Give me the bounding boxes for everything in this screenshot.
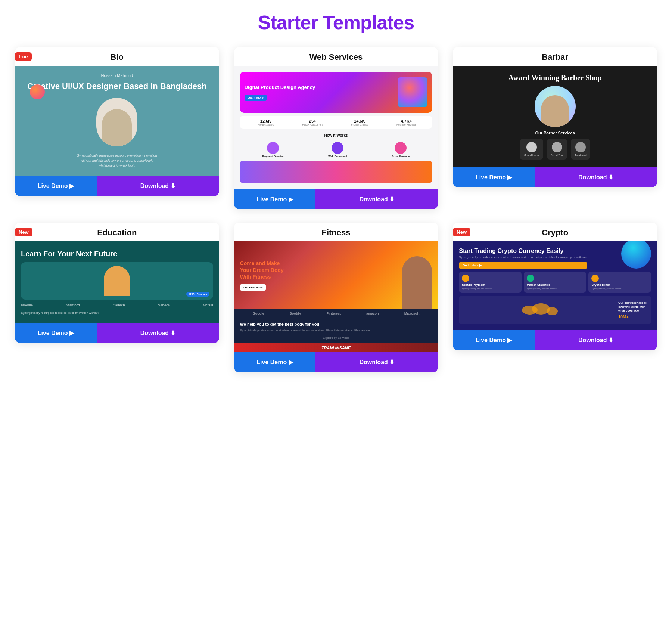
ws-icon-2: Grow Revenue xyxy=(392,142,410,158)
ws-stat-3: 4.7K+ Positive Reviews xyxy=(384,119,429,126)
edu-logo-mcgill: McGill xyxy=(203,303,213,307)
crypto-card-icon-1 xyxy=(527,275,534,282)
ws-stat-num-1: 25+ xyxy=(290,119,335,123)
fit-body-title: We help you to get the best body for you xyxy=(240,322,432,326)
card-footer-bio: Live Demo ▶ Download ⬇ xyxy=(15,176,219,196)
card-barbar: Barbar Award Winning Barber Shop Our Bar… xyxy=(453,47,657,187)
crypto-world-text-block: Our best user are all over the world wit… xyxy=(618,301,648,319)
fitness-preview: Come and Make Your Dream Body With Fitne… xyxy=(234,241,438,352)
fit-body: We help you to get the best body for you… xyxy=(234,318,438,343)
card-title-row-crypto: Crypto xyxy=(453,223,657,241)
bio-live-demo-button[interactable]: Live Demo ▶ xyxy=(15,176,97,196)
barbar-person xyxy=(541,95,569,127)
crypto-coins xyxy=(621,241,651,269)
crypto-btn: Go to More ▶ xyxy=(459,262,587,269)
barbar-service-1: Beard Trim xyxy=(547,139,567,160)
crypto-title: Start Trading Crypto Currency Easily xyxy=(459,247,587,255)
edu-download-button[interactable]: Download ⬇ xyxy=(97,323,219,343)
barbar-service-name-1: Beard Trim xyxy=(551,154,563,157)
ws-hero-image xyxy=(398,77,427,107)
card-wrapper-web-services: Web Services Digital Product Design Agen… xyxy=(234,47,438,209)
crypto-card-icon-0 xyxy=(462,275,469,282)
edu-image: 1200+ Courses xyxy=(21,262,213,300)
card-footer-ws: Live Demo ▶ Download ⬇ xyxy=(234,189,438,209)
bio-download-button[interactable]: Download ⬇ xyxy=(97,176,219,196)
fit-explore: Explore by Services xyxy=(240,336,432,340)
barbar-preview: Award Winning Barber Shop Our Barber Ser… xyxy=(453,66,657,167)
ws-bottom xyxy=(240,161,432,183)
card-bio: Bio Hossain Mahmud Creative UI/UX Design… xyxy=(15,47,219,196)
ws-hero: Digital Product Design Agency Learn More xyxy=(240,72,432,113)
card-title-barbar: Barbar xyxy=(542,52,568,62)
card-wrapper-education: New Education Learn For Your Next Future… xyxy=(15,223,219,372)
ws-stat-label-3: Positive Reviews xyxy=(384,123,429,126)
card-wrapper-bio: true Bio Hossain Mahmud Creative UI/UX D… xyxy=(15,47,219,209)
template-grid: true Bio Hossain Mahmud Creative UI/UX D… xyxy=(15,47,657,372)
card-title-row-ws: Web Services xyxy=(234,47,438,66)
new-badge-crypto: New xyxy=(453,228,470,236)
fit-hero-person xyxy=(402,256,432,309)
ws-hero-text: Digital Product Design Agency xyxy=(245,84,315,91)
card-title-row-edu: Education xyxy=(15,223,219,241)
bio-preview: Hossain Mahmud Creative UI/UX Designer B… xyxy=(15,66,219,176)
ws-hero-btn: Learn More xyxy=(245,95,267,101)
card-title-crypto: Crypto xyxy=(542,228,568,238)
ws-stats: 12.6K Product Sales 25+ Happy Customers … xyxy=(240,116,432,129)
crypto-card-title-0: Secure Payment xyxy=(462,283,519,287)
card-wrapper-crypto: New Crypto Start Trading Crypto Currency… xyxy=(453,223,657,372)
edu-logo-seneca: Seneca xyxy=(158,303,170,307)
crypto-card-title-2: Crypto Miner xyxy=(591,283,648,287)
bio-description: Synergistically repurpose resource-level… xyxy=(76,153,158,168)
fitness-download-button[interactable]: Download ⬇ xyxy=(315,352,438,372)
edu-title: Learn For Your Next Future xyxy=(21,249,213,258)
ws-live-demo-button[interactable]: Live Demo ▶ xyxy=(234,189,316,209)
fit-logo-spotify: Spotify xyxy=(290,312,301,315)
barbar-service-2: Treatment xyxy=(571,139,590,160)
edu-preview: Learn For Your Next Future 1200+ Courses… xyxy=(15,241,219,323)
ws-hero-content: Digital Product Design Agency Learn More xyxy=(245,84,315,100)
ws-icon-label-2: Grow Revenue xyxy=(392,155,410,158)
fitness-live-demo-button[interactable]: Live Demo ▶ xyxy=(234,352,316,372)
crypto-card-title-1: Market Statistics xyxy=(527,283,584,287)
ws-how-it-works: How It Works xyxy=(240,133,432,137)
fit-logo-google: Google xyxy=(253,312,264,315)
ws-icon-1: Well Document xyxy=(328,142,347,158)
bio-designer-name: Hossain Mahmud xyxy=(101,73,133,78)
barbar-service-icon-2 xyxy=(575,142,586,152)
crypto-download-button[interactable]: Download ⬇ xyxy=(535,330,657,350)
edu-counter: 1200+ Courses xyxy=(186,292,209,297)
card-title-row-fitness: Fitness xyxy=(234,223,438,241)
ws-stat-0: 12.6K Product Sales xyxy=(243,119,289,126)
barbar-services: Men's Haircut Beard Trim Treatment xyxy=(459,139,651,160)
fit-logo-amazon: amazon xyxy=(366,312,379,315)
ws-stat-num-3: 4.7K+ xyxy=(384,119,429,123)
card-wrapper-barbar: Barbar Award Winning Barber Shop Our Bar… xyxy=(453,47,657,209)
ws-icon-circle-1 xyxy=(332,142,343,154)
barbar-service-name-0: Men's Haircut xyxy=(523,154,539,157)
crypto-card-icon-2 xyxy=(591,275,599,282)
edu-logo-moodle: moodle xyxy=(21,303,33,307)
bio-orb xyxy=(30,84,45,99)
card-footer-fitness: Live Demo ▶ Download ⬇ xyxy=(234,352,438,372)
ws-stat-num-2: 14.6K xyxy=(337,119,382,123)
barbar-download-button[interactable]: Download ⬇ xyxy=(535,167,657,187)
card-title-ws: Web Services xyxy=(309,52,363,62)
crypto-world-title: Our best user are all over the world wit… xyxy=(618,301,648,313)
crypto-desc: Synergistically provide access to wide t… xyxy=(459,255,587,259)
card-wrapper-fitness: Fitness Come and Make Your Dream Body Wi… xyxy=(234,223,438,372)
fit-hero-btn: Discover Now xyxy=(240,284,266,291)
crypto-live-demo-button[interactable]: Live Demo ▶ xyxy=(453,330,535,350)
bio-avatar-person xyxy=(102,109,132,146)
barbar-service-name-2: Treatment xyxy=(575,154,587,157)
crypto-card-2: Crypto Miner Synergistically provide acc… xyxy=(588,272,651,293)
card-footer-crypto: Live Demo ▶ Download ⬇ xyxy=(453,330,657,350)
new-badge-education: New xyxy=(15,228,32,236)
crypto-card-0: Secure Payment Synergistically provide a… xyxy=(459,272,522,293)
barbar-live-demo-button[interactable]: Live Demo ▶ xyxy=(453,167,535,187)
fit-hero-text-block: Come and Make Your Dream Body With Fitne… xyxy=(240,260,292,290)
fit-body-text: Synergistically provide access to wide t… xyxy=(240,329,432,332)
crypto-world-map xyxy=(462,299,615,321)
edu-live-demo-button[interactable]: Live Demo ▶ xyxy=(15,323,97,343)
new-badge-bio: true xyxy=(15,52,32,61)
ws-download-button[interactable]: Download ⬇ xyxy=(315,189,438,209)
